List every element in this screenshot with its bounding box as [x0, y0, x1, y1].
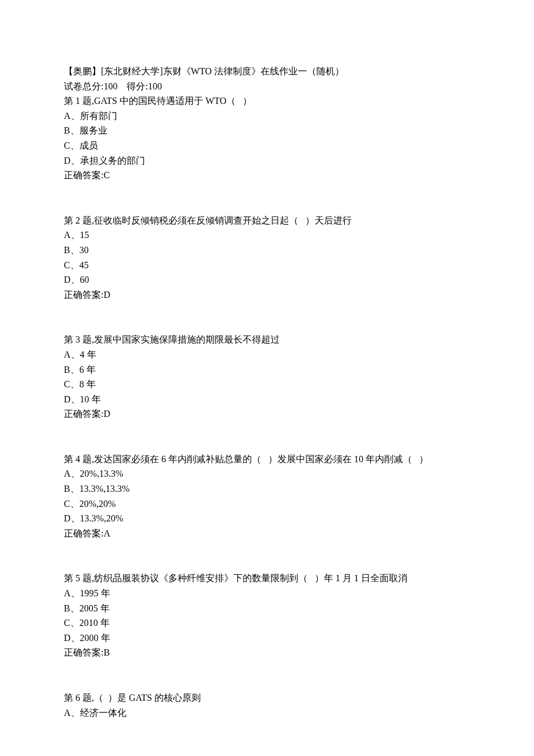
spacer [64, 660, 470, 675]
question-option: C、8 年 [64, 377, 470, 392]
question-option: D、2000 年 [64, 631, 470, 646]
question-option: B、13.3%,13.3% [64, 481, 470, 496]
spacer [64, 183, 470, 198]
spacer [64, 317, 470, 332]
assignment-title: 【奥鹏】[东北财经大学]东财《WTO 法律制度》在线作业一（随机） [64, 64, 470, 79]
question-prompt: 第 6 题,（ ）是 GATS 的核心原则 [64, 690, 470, 705]
spacer [64, 302, 470, 317]
spacer [64, 556, 470, 571]
question-prompt: 第 5 题,纺织品服装协议《多种纤维安排》下的数量限制到（ ）年 1 月 1 日… [64, 571, 470, 586]
document-page: { "header": { "title": "【奥鹏】[东北财经大学]东财《W… [0, 0, 534, 720]
question-prompt: 第 4 题,发达国家必须在 6 年内削减补贴总量的（ ）发展中国家必须在 10 … [64, 452, 470, 467]
spacer [64, 437, 470, 452]
spacer [64, 675, 470, 690]
question-answer: 正确答案:D [64, 287, 470, 303]
question-prompt: 第 3 题,发展中国家实施保障措施的期限最长不得超过 [64, 332, 470, 347]
score-line: 试卷总分:100 得分:100 [64, 79, 470, 94]
question-option: B、服务业 [64, 123, 470, 138]
question-option: D、承担义务的部门 [64, 153, 470, 168]
question-option: C、成员 [64, 138, 470, 153]
question-answer: 正确答案:B [64, 645, 470, 660]
question-option: B、30 [64, 243, 470, 258]
question-option: D、13.3%,20% [64, 511, 470, 526]
spacer [64, 422, 470, 437]
question-answer: 正确答案:C [64, 168, 470, 183]
spacer [64, 541, 470, 556]
question-option: C、2010 年 [64, 615, 470, 631]
question-option: C、45 [64, 258, 470, 273]
question-option: A、所有部门 [64, 109, 470, 124]
question-option: D、10 年 [64, 392, 470, 407]
question-prompt: 第 1 题,GATS 中的国民待遇适用于 WTO（ ） [64, 93, 470, 109]
spacer [64, 198, 470, 213]
question-option: A、经济一体化 [64, 705, 470, 721]
question-option: C、20%,20% [64, 496, 470, 512]
question-prompt: 第 2 题,征收临时反倾销税必须在反倾销调查开始之日起（ ）天后进行 [64, 213, 470, 228]
question-option: A、20%,13.3% [64, 466, 470, 481]
question-answer: 正确答案:A [64, 526, 470, 541]
question-answer: 正确答案:D [64, 406, 470, 422]
question-option: A、15 [64, 228, 470, 243]
question-option: A、1995 年 [64, 586, 470, 601]
question-option: D、60 [64, 272, 470, 287]
question-option: B、6 年 [64, 362, 470, 377]
question-option: B、2005 年 [64, 601, 470, 616]
question-option: A、4 年 [64, 347, 470, 362]
